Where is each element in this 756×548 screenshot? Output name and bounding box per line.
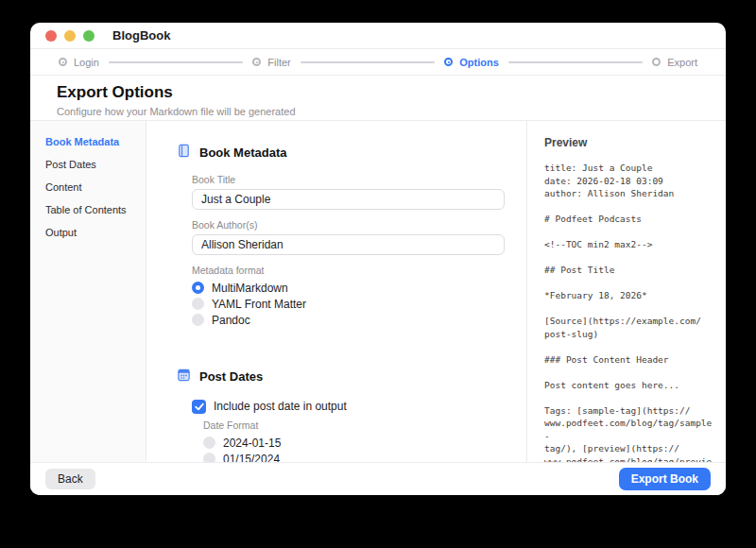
stepper-connector xyxy=(109,61,243,63)
book-author-input[interactable] xyxy=(192,234,505,255)
content-area: Book Metadata Post Dates Content Table o… xyxy=(30,121,726,462)
step-login-label: Login xyxy=(74,57,99,68)
wizard-stepper: Login Filter Options Export xyxy=(30,49,726,76)
radio-label: YAML Front Matter xyxy=(212,298,306,311)
book-icon xyxy=(177,144,191,162)
minimize-window-button[interactable] xyxy=(64,30,76,42)
checkbox-label: Include post date in output xyxy=(214,400,347,413)
stepper-connector xyxy=(508,61,643,63)
traffic-lights xyxy=(45,30,94,42)
preview-panel: Preview title: Just a Couple date: 2026-… xyxy=(526,121,726,462)
radio-label: MultiMarkdown xyxy=(212,282,288,295)
main-panel: Book Metadata Book Title Book Author(s) … xyxy=(146,121,526,462)
section-post-dates: Post Dates Include post date in output D… xyxy=(177,368,505,462)
step-filter-label: Filter xyxy=(267,57,290,68)
radio-label: 01/15/2024 xyxy=(223,453,280,463)
zoom-window-button[interactable] xyxy=(83,30,94,42)
section-post-dates-header: Post Dates xyxy=(177,368,505,385)
radio-label: Pandoc xyxy=(212,314,250,327)
include-post-date-checkbox[interactable]: Include post date in output xyxy=(192,398,505,415)
page-title: Export Options xyxy=(57,83,699,102)
checkbox-checked-icon xyxy=(192,400,206,414)
step-login-dot-icon xyxy=(59,58,67,66)
sidebar-item-book-metadata[interactable]: Book Metadata xyxy=(30,130,146,153)
sidebar-item-post-dates[interactable]: Post Dates xyxy=(30,153,146,176)
step-filter-dot-icon xyxy=(252,58,261,66)
section-book-metadata: Book Metadata Book Title Book Author(s) … xyxy=(177,144,505,328)
book-author-label: Book Author(s) xyxy=(192,219,505,231)
preview-markdown-content: title: Just a Couple date: 2026-02-18 03… xyxy=(544,162,716,481)
preview-title: Preview xyxy=(544,136,716,149)
date-format-label: Date Format xyxy=(203,420,505,431)
radio-icon xyxy=(203,437,215,449)
section-title: Book Metadata xyxy=(199,146,286,160)
sidebar-item-table-of-contents[interactable]: Table of Contents xyxy=(30,198,146,221)
radio-icon xyxy=(192,298,204,310)
step-export-label: Export xyxy=(667,57,697,68)
close-window-button[interactable] xyxy=(45,30,57,42)
export-book-button[interactable]: Export Book xyxy=(619,468,711,490)
metadata-format-label: Metadata format xyxy=(192,265,505,276)
step-options-dot-icon xyxy=(444,58,453,66)
radio-yaml-front-matter[interactable]: YAML Front Matter xyxy=(192,296,505,312)
app-window: BlogBook Login Filter Options Export Exp… xyxy=(30,23,726,495)
sidebar: Book Metadata Post Dates Content Table o… xyxy=(30,121,146,462)
step-login[interactable]: Login xyxy=(59,57,99,68)
stepper-connector xyxy=(301,61,435,63)
sidebar-item-content[interactable]: Content xyxy=(30,176,146,198)
radio-icon xyxy=(203,453,215,462)
book-title-label: Book Title xyxy=(192,174,505,185)
window-title: BlogBook xyxy=(112,28,170,43)
radio-date-us-slash[interactable]: 01/15/2024 xyxy=(203,451,505,462)
footer-bar: Back Export Book xyxy=(30,462,726,495)
back-button[interactable]: Back xyxy=(45,469,95,489)
radio-date-iso[interactable]: 2024-01-15 xyxy=(203,435,505,451)
radio-icon xyxy=(192,282,204,294)
step-export[interactable]: Export xyxy=(652,57,697,68)
step-options-label: Options xyxy=(459,57,499,68)
titlebar: BlogBook xyxy=(30,23,726,49)
radio-icon xyxy=(192,314,204,326)
book-title-input[interactable] xyxy=(192,189,505,210)
radio-label: 2024-01-15 xyxy=(223,437,281,450)
sidebar-item-output[interactable]: Output xyxy=(30,221,146,244)
radio-pandoc[interactable]: Pandoc xyxy=(192,312,505,328)
calendar-icon xyxy=(177,368,191,385)
step-options[interactable]: Options xyxy=(444,57,499,68)
page-subtitle: Configure how your Markdown file will be… xyxy=(57,106,699,117)
page-header: Export Options Configure how your Markdo… xyxy=(30,76,726,121)
section-title: Post Dates xyxy=(199,369,263,384)
radio-multimarkdown[interactable]: MultiMarkdown xyxy=(192,280,505,296)
step-filter[interactable]: Filter xyxy=(252,57,290,68)
section-book-metadata-header: Book Metadata xyxy=(177,144,505,162)
step-export-dot-icon xyxy=(652,58,661,66)
